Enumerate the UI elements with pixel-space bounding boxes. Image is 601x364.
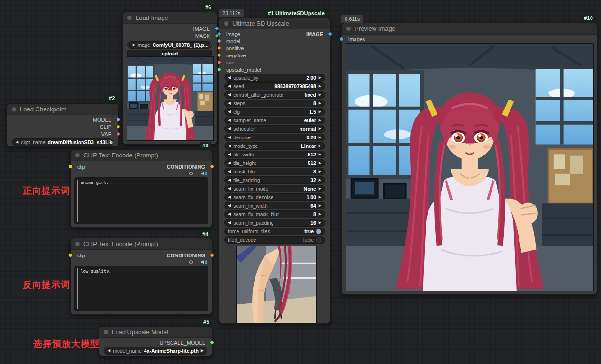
widget-seam_fix_mode[interactable]: ◀seam_fix_modeNone▶ [224,185,325,192]
input-port-negative[interactable]: negative [219,52,330,59]
widget-cfg[interactable]: ◀cfg1.5▶ [224,108,325,116]
next-arrow-icon[interactable]: ▶ [319,110,321,114]
prev-arrow-icon[interactable]: ◀ [228,136,231,139]
upscale-preview-image[interactable] [236,246,317,323]
port-dot[interactable] [217,60,221,64]
widget-denoise[interactable]: ◀denoise0.20▶ [224,134,325,141]
prev-arrow-icon[interactable]: ◀ [16,140,18,144]
prev-arrow-icon[interactable]: ◀ [131,43,134,47]
input-port-upscale_model[interactable]: upscale_model [219,66,330,73]
widget-seam_fix_padding[interactable]: ◀seam_fix_padding16▶ [224,219,325,227]
widget-tiled_decode[interactable]: tiled_decodefalse [224,236,325,244]
widget-force_uniform_tiles[interactable]: force_uniform_tilestrue [224,228,325,235]
widget-tile_padding[interactable]: ◀tile_padding32▶ [224,176,325,184]
next-arrow-icon[interactable]: ▶ [319,187,321,191]
circle-icon[interactable] [189,172,193,175]
collapse-dot-icon[interactable] [12,107,16,111]
prev-arrow-icon[interactable]: ◀ [228,144,231,148]
prev-arrow-icon[interactable]: ◀ [228,84,231,88]
node-header[interactable]: Load Upscale Model [99,327,212,338]
prev-arrow-icon[interactable]: ◀ [228,76,231,80]
next-arrow-icon[interactable]: ▶ [319,170,321,173]
next-arrow-icon[interactable]: ▶ [319,221,321,225]
prev-arrow-icon[interactable]: ◀ [228,127,231,131]
widget-seam_fix_denoise[interactable]: ◀seam_fix_denoise1.00▶ [224,193,325,201]
prev-arrow-icon[interactable]: ◀ [228,195,231,199]
prev-arrow-icon[interactable]: ◀ [228,93,231,97]
prev-arrow-icon[interactable]: ◀ [228,101,231,105]
widget-mode_type[interactable]: ◀mode_typeLinear▶ [224,142,325,150]
output-port-vae[interactable]: VAE [7,130,118,137]
collapse-dot-icon[interactable] [127,16,132,20]
node-preview-image[interactable]: Preview Image images [341,23,597,295]
port-dot[interactable] [68,253,73,257]
prev-arrow-icon[interactable]: ◀ [228,153,231,156]
port-dot[interactable] [116,118,120,122]
node-header[interactable]: Load Image [123,12,217,24]
output-port-mask[interactable]: MASK [123,32,217,39]
widget-upscale_by[interactable]: ◀upscale_by2.00▶ [224,74,325,82]
port-dot[interactable] [217,46,221,50]
next-arrow-icon[interactable]: ▶ [319,84,321,88]
port-dot[interactable] [217,53,221,57]
toggle-dot-icon[interactable] [316,237,321,243]
port-dot[interactable] [217,67,221,72]
next-arrow-icon[interactable]: ▶ [319,212,321,216]
collapse-dot-icon[interactable] [224,21,228,26]
output-port-conditioning[interactable]: CONDITIONING [127,252,212,259]
next-arrow-icon[interactable]: ▶ [319,178,321,182]
next-arrow-icon[interactable]: ▶ [319,204,321,208]
node-header[interactable]: Ultimate SD Upscale [219,18,330,29]
widget-scheduler[interactable]: ◀schedulernormal▶ [224,125,325,133]
load-image-thumbnail[interactable] [127,56,214,141]
node-ultimate-sd-upscale[interactable]: Ultimate SD Upscale imagemodelpositivene… [219,18,330,324]
widget-steps[interactable]: ◀steps8▶ [224,100,325,107]
widget-control_after_generate[interactable]: ◀control_after_generatefixed▶ [224,91,325,99]
node-clip-text-encode-negative[interactable]: CLIP Text Encode (Prompt) clip CONDITION… [70,238,212,315]
prev-arrow-icon[interactable]: ◀ [228,161,231,165]
next-arrow-icon[interactable]: ▶ [319,161,321,165]
image-filename-widget[interactable]: ◀ image ComfyUI_00378_ (1).p... ▶ [127,41,212,49]
preview-result-image[interactable] [346,43,594,291]
prev-arrow-icon[interactable]: ◀ [228,170,231,173]
port-dot[interactable] [210,253,214,257]
node-header[interactable]: Load Checkpoint [7,104,118,115]
output-port-model[interactable]: MODEL [7,116,118,123]
next-arrow-icon[interactable]: ▶ [319,118,321,122]
prev-arrow-icon[interactable]: ◀ [228,118,231,122]
port-dot[interactable] [116,125,120,129]
node-load-image[interactable]: Load Image IMAGE MASK ◀ image ComfyUI_00… [122,12,217,145]
collapse-dot-icon[interactable] [104,330,108,334]
widget-tile_height[interactable]: ◀tile_height512▶ [224,159,325,167]
prev-arrow-icon[interactable]: ◀ [228,204,231,208]
node-load-checkpoint[interactable]: Load Checkpoint MODEL CLIP VAE ◀ ckpt_na… [7,103,118,147]
speaker-icon[interactable] [201,171,207,176]
port-dot[interactable] [116,132,120,136]
model-name-widget[interactable]: ◀ model_name 4x-AnimeSharp-lite.pth ▶ [104,347,207,355]
node-clip-text-encode-positive[interactable]: CLIP Text Encode (Prompt) clip CONDITION… [70,149,212,228]
widget-sampler_name[interactable]: ◀sampler_nameeuler▶ [224,117,325,124]
speaker-icon[interactable] [201,260,207,264]
toggle-dot-icon[interactable] [316,229,321,234]
port-dot[interactable] [217,32,221,36]
port-dot[interactable] [328,32,332,36]
widget-seam_fix_width[interactable]: ◀seam_fix_width64▶ [224,202,325,209]
prev-arrow-icon[interactable]: ◀ [228,110,231,114]
prompt-textarea[interactable]: anime girl, [74,177,208,224]
node-graph-canvas[interactable]: 23.112s #1 UltimateSDUpscale #6 #2 #3 #4… [0,0,601,364]
widget-tile_width[interactable]: ◀tile_width512▶ [224,151,325,158]
port-dot[interactable] [215,27,219,31]
port-dot[interactable] [68,164,73,169]
next-arrow-icon[interactable]: ▶ [319,153,321,156]
output-port-image[interactable]: IMAGE [282,30,330,37]
collapse-dot-icon[interactable] [75,242,80,246]
next-arrow-icon[interactable]: ▶ [319,136,321,139]
port-dot[interactable] [210,164,214,169]
prev-arrow-icon[interactable]: ◀ [108,349,110,353]
input-port-positive[interactable]: positive [219,45,330,52]
next-arrow-icon[interactable]: ▶ [319,101,321,105]
input-port-vae[interactable]: vae [219,59,330,66]
ckpt-name-widget[interactable]: ◀ ckpt_name dreamDiffusionSD3_sd3Like...… [12,138,113,146]
prev-arrow-icon[interactable]: ◀ [228,178,231,182]
prompt-textarea[interactable]: low quality, [74,266,208,311]
